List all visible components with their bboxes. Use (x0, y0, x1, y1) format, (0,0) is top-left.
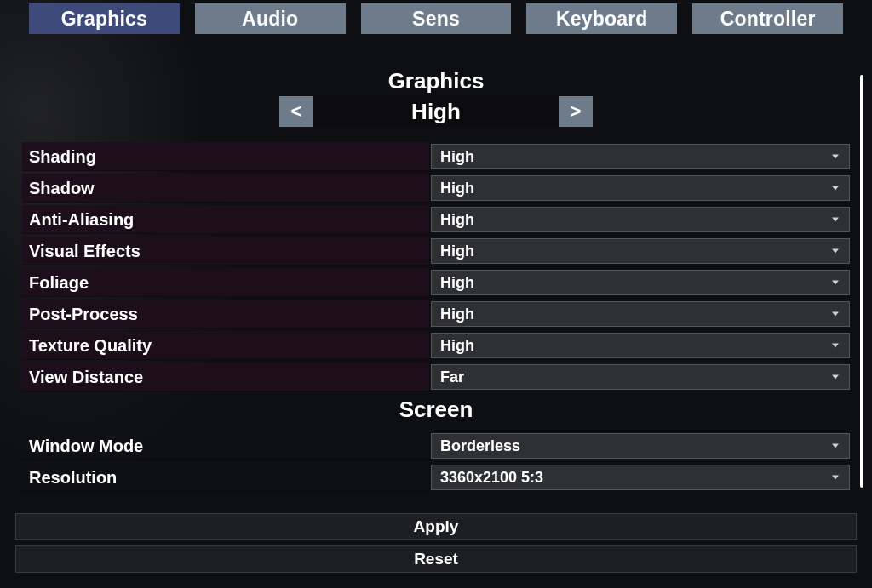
section-title-graphics: Graphics (15, 68, 857, 94)
chevron-down-icon (832, 218, 839, 222)
quality-preset-selector: < High > (15, 96, 857, 127)
dropdown-value: High (440, 243, 474, 260)
screen-settings-list: Window Mode Borderless Resolution 3360x2… (15, 431, 857, 492)
row-window-mode: Window Mode Borderless (22, 431, 850, 460)
label-visual-effects: Visual Effects (22, 237, 429, 265)
chevron-down-icon (832, 375, 839, 380)
row-shadow: Shadow High (22, 174, 850, 203)
label-anti-aliasing: Anti-Aliasing (22, 205, 429, 234)
dropdown-value: High (440, 180, 474, 197)
label-window-mode: Window Mode (22, 431, 429, 460)
row-resolution: Resolution 3360x2100 5:3 (22, 463, 850, 492)
graphics-settings-list: Shading High Shadow High Anti-Aliasing H… (15, 142, 857, 391)
dropdown-anti-aliasing[interactable]: High (431, 207, 850, 232)
dropdown-value: Far (440, 368, 464, 386)
label-resolution: Resolution (22, 463, 429, 492)
label-shading: Shading (22, 142, 429, 171)
chevron-down-icon (832, 476, 839, 480)
chevron-down-icon (832, 249, 839, 254)
row-texture-quality: Texture Quality High (22, 331, 850, 360)
dropdown-shadow[interactable]: High (431, 175, 850, 201)
tab-graphics[interactable]: Graphics (29, 3, 180, 34)
section-title-screen: Screen (15, 397, 857, 423)
chevron-down-icon (832, 312, 839, 317)
dropdown-value: High (440, 211, 474, 229)
dropdown-texture-quality[interactable]: High (431, 333, 850, 358)
row-shading: Shading High (22, 142, 850, 171)
row-visual-effects: Visual Effects High (22, 237, 850, 265)
label-post-process: Post-Process (22, 300, 429, 328)
dropdown-value: 3360x2100 5:3 (440, 469, 543, 487)
settings-scroll-area[interactable]: Graphics < High > Shading High Shadow Hi… (15, 68, 857, 493)
tab-keyboard[interactable]: Keyboard (526, 3, 677, 34)
tab-audio[interactable]: Audio (195, 3, 346, 34)
label-view-distance: View Distance (22, 363, 429, 391)
row-post-process: Post-Process High (22, 300, 850, 328)
chevron-down-icon (832, 344, 839, 348)
label-texture-quality: Texture Quality (22, 331, 429, 360)
dropdown-view-distance[interactable]: Far (431, 364, 850, 390)
chevron-down-icon (832, 444, 839, 448)
dropdown-value: High (440, 337, 474, 355)
dropdown-visual-effects[interactable]: High (431, 238, 850, 264)
dropdown-window-mode[interactable]: Borderless (431, 433, 850, 459)
row-foliage: Foliage High (22, 268, 850, 297)
preset-prev-button[interactable]: < (279, 96, 313, 127)
apply-button[interactable]: Apply (15, 513, 857, 540)
label-foliage: Foliage (22, 268, 429, 297)
dropdown-resolution[interactable]: 3360x2100 5:3 (431, 465, 850, 490)
reset-button[interactable]: Reset (15, 545, 857, 573)
footer-buttons: Apply Reset (15, 513, 857, 578)
preset-value: High (313, 96, 559, 127)
scrollbar[interactable] (860, 75, 863, 488)
dropdown-value: High (440, 305, 474, 323)
dropdown-post-process[interactable]: High (431, 301, 850, 327)
dropdown-value: High (440, 274, 474, 292)
tab-sens[interactable]: Sens (361, 3, 512, 34)
dropdown-value: High (440, 148, 474, 166)
tab-bar: Graphics Audio Sens Keyboard Controller (0, 0, 872, 34)
chevron-down-icon (832, 186, 839, 191)
tab-controller[interactable]: Controller (692, 3, 843, 34)
preset-next-button[interactable]: > (559, 96, 593, 127)
dropdown-shading[interactable]: High (431, 144, 850, 169)
dropdown-value: Borderless (440, 437, 520, 455)
chevron-down-icon (832, 155, 839, 159)
row-view-distance: View Distance Far (22, 363, 850, 391)
label-shadow: Shadow (22, 174, 429, 203)
dropdown-foliage[interactable]: High (431, 270, 850, 295)
row-anti-aliasing: Anti-Aliasing High (22, 205, 850, 234)
chevron-down-icon (832, 281, 839, 285)
